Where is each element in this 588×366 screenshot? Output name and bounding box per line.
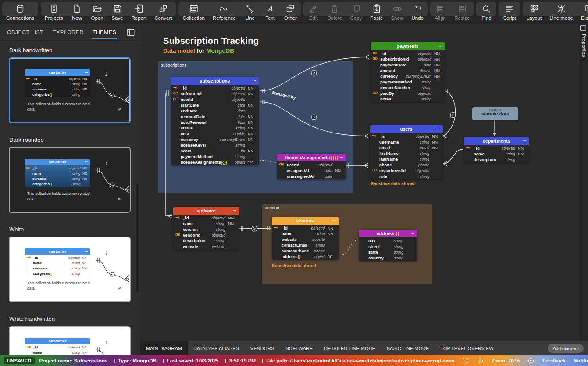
field-row-assignedat[interactable]: assignedAtdateNN [277, 168, 346, 173]
field-row-subscriptionid[interactable]: subscriptionIdobjectIdNN [371, 56, 445, 62]
properties-panel-toggle-icon[interactable] [579, 24, 588, 32]
new-button[interactable]: New [67, 0, 87, 24]
collection-header[interactable]: software⋯ [173, 207, 239, 215]
zoom-in-icon[interactable] [527, 357, 535, 364]
open-button[interactable]: Open [87, 0, 107, 24]
ellipsis-menu-icon[interactable]: ⋯ [522, 137, 526, 145]
ellipsis-menu-icon[interactable]: ⋯ [339, 154, 343, 161]
collection-software[interactable]: software⋯_idobjectIdNNnamestringNNversio… [173, 207, 239, 250]
field-row-departmentid[interactable]: departmentIdobjectId [370, 168, 443, 173]
notifications-link[interactable]: Notifications: 4 [574, 358, 588, 363]
field-row-status[interactable]: statusstringNN [171, 125, 259, 131]
collection-header[interactable]: subscriptions⋯ [171, 77, 259, 85]
collection-header[interactable]: payments⋯ [371, 42, 445, 50]
field-row-unassignedat[interactable]: unassignedAtdate [277, 173, 346, 179]
edit-button[interactable]: Edit [303, 0, 324, 24]
field-row--id[interactable]: _idobjectIdNN [272, 225, 339, 231]
field-row-amount[interactable]: amountdoubleNN [371, 68, 445, 73]
field-row-firstname[interactable]: firstNamestring [370, 151, 443, 156]
ellipsis-menu-icon[interactable]: ⋯ [232, 207, 236, 215]
field-row-name[interactable]: namestringNN [173, 221, 239, 226]
collection-header[interactable]: address {}⋯ [359, 230, 417, 237]
field-row-vendorid[interactable]: vendorIdobjectId [173, 232, 239, 238]
collection-subscriptions[interactable]: subscriptions⋯_idobjectIdNNsoftwareIdobj… [171, 77, 259, 165]
field-row-enddate[interactable]: endDatedate [171, 108, 259, 114]
diagram-tab-top-level-overview[interactable]: TOP LEVEL OVERVIEW [435, 341, 499, 355]
collection-payments[interactable]: payments⋯_idobjectIdNNsubscriptionIdobje… [371, 42, 445, 102]
paste-button[interactable]: Paste [366, 0, 387, 24]
field-row-lastname[interactable]: lastNamestring [370, 156, 443, 162]
text-button[interactable]: AText [260, 0, 280, 24]
field-row-phone[interactable]: phonephone [370, 162, 443, 168]
field-row-currency[interactable]: currencycurrencyEnumNN [171, 136, 259, 142]
ellipsis-menu-icon[interactable]: ⋯ [410, 230, 414, 237]
field-row-licensekeys[interactable]: licenseKeys[]string [171, 142, 259, 148]
field-row-cost[interactable]: costdoubleNN [171, 131, 259, 136]
field-row-state[interactable]: statestring [359, 249, 417, 255]
collection-header[interactable]: departments⋯ [464, 137, 529, 145]
diagram-tab-basic-line-mode[interactable]: BASIC LINE MODE [381, 341, 435, 355]
reference-button[interactable]: Reference [209, 0, 240, 24]
ellipsis-menu-icon[interactable]: ⋯ [252, 77, 256, 85]
layout-button[interactable]: Layout [523, 0, 546, 24]
collection-header[interactable]: users⋯ [370, 125, 443, 133]
field-row-street[interactable]: streetstring [359, 244, 417, 249]
field-row-paymentdate[interactable]: paymentDatedateNN [371, 62, 445, 68]
field-row-autorenewal[interactable]: autoRenewalboolNN [171, 119, 259, 125]
sidebar-collapse-icon[interactable] [126, 28, 135, 37]
field-row-userid[interactable]: userIdobjectId [171, 97, 259, 102]
field-row-notes[interactable]: notesstring [371, 96, 445, 102]
diagram-tab-detailed-line-mode[interactable]: DETAILED LINE MODE [318, 341, 381, 355]
add-diagram-button[interactable]: Add diagram [548, 344, 584, 353]
field-row-address[interactable]: address{}object [272, 254, 339, 259]
field-row-currency[interactable]: currencycurrencyEnumNN [371, 73, 445, 79]
field-row--id[interactable]: _idobjectIdNN [370, 133, 443, 139]
line-button[interactable]: Line [240, 0, 260, 24]
field-row-seats[interactable]: seatsintNN [171, 148, 259, 154]
fit-to-screen-icon[interactable] [462, 357, 469, 364]
field-row--id[interactable]: _idobjectIdNN [371, 50, 445, 56]
ellipsis-menu-icon[interactable]: ⋯ [438, 42, 442, 50]
sidebar-tab-themes[interactable]: THEMES [88, 24, 121, 41]
collection-button[interactable]: Collection [178, 0, 209, 24]
sidebar-scrollbar[interactable] [136, 184, 139, 292]
field-row-userid[interactable]: userIdobjectId [277, 162, 346, 168]
diagram-tab-software[interactable]: SOFTWARE [280, 341, 318, 355]
ellipsis-menu-icon[interactable]: ⋯ [332, 217, 336, 225]
field-row-name[interactable]: namestringNN [272, 231, 339, 237]
delete-button[interactable]: Delete [324, 0, 346, 24]
undo-button[interactable]: Undo [407, 0, 428, 24]
display-button[interactable]: Display [577, 0, 588, 24]
projects-button[interactable]: Projects [41, 0, 67, 24]
field-row-invoicenumber[interactable]: invoiceNumberstring [371, 85, 445, 90]
find-button[interactable]: Find [476, 0, 496, 24]
collection-address[interactable]: address {}⋯citystringstreetstringstatest… [359, 230, 417, 261]
field-row-paidby[interactable]: paidByobjectId [371, 90, 445, 96]
field-row-paymentmethod[interactable]: paymentMethodstring [371, 79, 445, 85]
line-mode-button[interactable]: Line mode [545, 0, 577, 24]
collection-users[interactable]: users⋯_idobjectIdNNusernamestringNNemail… [370, 125, 443, 179]
field-row-name[interactable]: namestringNN [464, 151, 529, 157]
ellipsis-menu-icon[interactable]: ⋯ [436, 125, 440, 133]
feedback-link[interactable]: Feedback [542, 358, 566, 363]
field-row-username[interactable]: usernamestringNN [370, 139, 443, 145]
diagram-tab-vendors[interactable]: VENDORS [245, 341, 280, 355]
script-button[interactable]: Script [499, 0, 520, 24]
field-row-description[interactable]: descriptionstring [173, 238, 239, 244]
zoom-out-icon[interactable] [477, 357, 484, 364]
field-row-website[interactable]: websitewebsite [173, 244, 239, 249]
field-row-role[interactable]: rolestring [370, 173, 443, 179]
field-row-description[interactable]: descriptionstring [464, 157, 529, 162]
field-row-country[interactable]: countrystring [359, 255, 417, 261]
convert-button[interactable]: Convert [150, 0, 176, 24]
other-shape-sample-data[interactable]: OTHER sample data [472, 107, 518, 120]
resize-button[interactable]: Resize [450, 0, 474, 24]
field-row-email[interactable]: emailemailNN [370, 145, 443, 151]
theme-card-white[interactable]: customer⋯_idobjectIdNNnamestringNNsurnam… [9, 237, 131, 302]
collection-departments[interactable]: departments⋯_idobjectIdNNnamestringNNdes… [464, 137, 529, 163]
collection-header[interactable]: vendors⋯ [272, 217, 339, 225]
field-row-version[interactable]: versionstring [173, 226, 239, 232]
diagram-tab-datatype-aliases[interactable]: DATATYPE ALIASES [188, 341, 245, 355]
field-row-website[interactable]: websitewebsite [272, 237, 339, 242]
collection-header[interactable]: licenseAssignments [{}]⋯ [277, 154, 346, 161]
